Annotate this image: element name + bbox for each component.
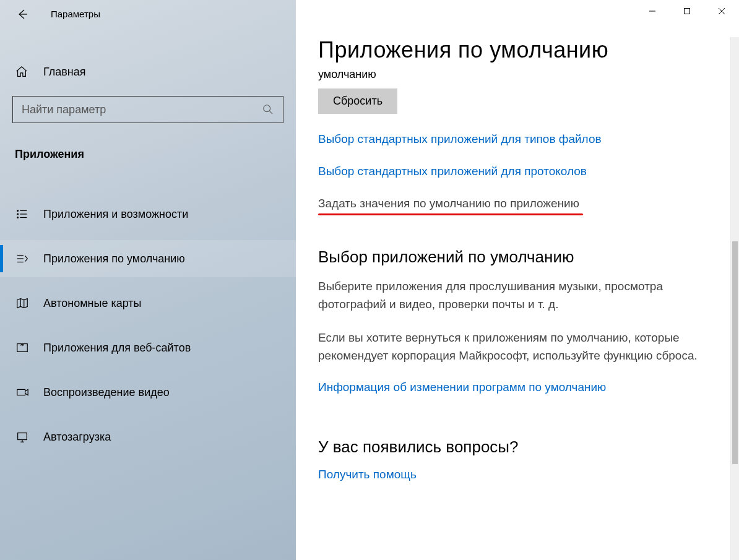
sidebar-header: Параметры	[0, 0, 296, 34]
sidebar: Параметры Главная Приложения	[0, 0, 296, 560]
link-info-changing[interactable]: Информация об изменении программ по умол…	[318, 381, 606, 394]
section-choose-p1: Выберите приложения для прослушивания му…	[318, 278, 714, 313]
scrollbar[interactable]	[730, 37, 739, 560]
section-questions-title: У вас появились вопросы?	[318, 437, 720, 457]
nav-item-default-apps[interactable]: Приложения по умолчанию	[0, 240, 296, 277]
section-choose-p2: Если вы хотите вернуться к приложениям п…	[318, 329, 714, 364]
startup-icon	[15, 430, 30, 444]
nav-item-offline-maps[interactable]: Автономные карты	[0, 285, 296, 322]
minimize-button[interactable]	[635, 0, 670, 22]
nav-item-video-playback[interactable]: Воспроизведение видео	[0, 374, 296, 411]
search-input[interactable]	[20, 103, 261, 117]
nav-item-label: Приложения по умолчанию	[43, 252, 185, 265]
nav-item-label: Приложения для веб-сайтов	[43, 342, 191, 355]
content-area: Приложения по умолчанию умолчанию Сброси…	[296, 0, 739, 560]
header-title: Параметры	[51, 9, 100, 19]
home-label: Главная	[43, 66, 86, 79]
settings-window: Параметры Главная Приложения	[0, 0, 739, 560]
nav-item-label: Воспроизведение видео	[43, 386, 170, 399]
close-button[interactable]	[704, 0, 739, 22]
link-protocols[interactable]: Выбор стандартных приложений для протоко…	[318, 165, 587, 178]
window-controls	[635, 0, 739, 22]
link-by-app-wrap: Задать значения по умолчанию по приложен…	[318, 197, 579, 210]
link-filetypes[interactable]: Выбор стандартных приложений для типов ф…	[318, 132, 602, 146]
nav-item-apps-features[interactable]: Приложения и возможности	[0, 196, 296, 233]
back-button[interactable]	[12, 4, 32, 24]
svg-rect-20	[18, 433, 27, 440]
search-box[interactable]	[12, 96, 283, 123]
annotation-underline	[318, 213, 583, 215]
svg-point-11	[17, 217, 19, 218]
nav-item-label: Приложения и возможности	[43, 208, 188, 221]
svg-rect-1	[685, 9, 690, 14]
link-by-app[interactable]: Задать значения по умолчанию по приложен…	[318, 197, 579, 210]
svg-line-6	[270, 111, 273, 114]
defaults-icon	[15, 252, 30, 265]
search-wrap	[12, 96, 283, 123]
fragment-text: умолчанию	[318, 68, 720, 81]
nav-item-label: Автономные карты	[43, 297, 142, 310]
reset-button[interactable]: Сбросить	[318, 88, 397, 114]
maximize-button[interactable]	[670, 0, 704, 22]
link-get-help[interactable]: Получить помощь	[318, 468, 417, 481]
nav-item-label: Автозагрузка	[43, 431, 111, 444]
svg-point-9	[17, 213, 19, 215]
home-icon	[15, 65, 30, 79]
svg-point-5	[264, 105, 270, 112]
nav-item-startup[interactable]: Автозагрузка	[0, 418, 296, 455]
page-title: Приложения по умолчанию	[318, 37, 720, 63]
search-icon	[261, 104, 275, 115]
list-icon	[15, 207, 30, 221]
video-icon	[15, 386, 30, 399]
nav-list: Приложения и возможности Приложения по у…	[0, 196, 296, 455]
svg-point-7	[17, 210, 19, 212]
scrollbar-thumb[interactable]	[732, 241, 738, 464]
section-choose-title: Выбор приложений по умолчанию	[318, 248, 720, 267]
web-apps-icon	[15, 341, 30, 355]
home-row[interactable]: Главная	[0, 59, 296, 85]
svg-rect-19	[17, 389, 25, 395]
nav-item-web-apps[interactable]: Приложения для веб-сайтов	[0, 329, 296, 366]
nav-group-title: Приложения	[15, 148, 296, 161]
map-icon	[15, 296, 30, 310]
